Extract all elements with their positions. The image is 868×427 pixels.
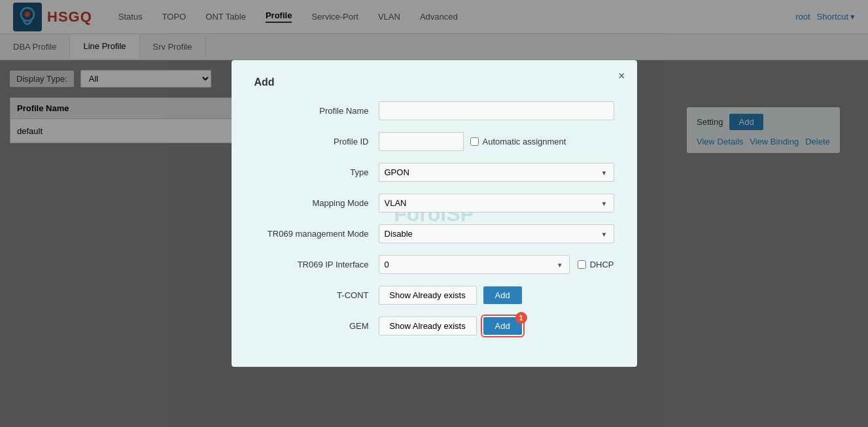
dhcp-checkbox[interactable]	[578, 260, 586, 269]
profile-id-row: Profile ID Automatic assignment	[254, 132, 614, 151]
type-label: Type	[254, 167, 379, 177]
t-cont-label: T-CONT	[254, 290, 379, 300]
mapping-mode-label: Mapping Mode	[254, 198, 379, 208]
mapping-mode-row: Mapping Mode VLAN	[254, 194, 614, 213]
t-cont-add-button[interactable]: Add	[483, 286, 522, 304]
tr069-ip-row: TR069 IP Interface 0 DHCP	[254, 255, 614, 274]
gem-label: GEM	[254, 321, 379, 331]
profile-name-input[interactable]	[379, 101, 614, 120]
mapping-mode-select[interactable]: VLAN	[379, 194, 614, 213]
type-row: Type GPON	[254, 163, 614, 182]
automatic-assignment-checkbox[interactable]	[470, 137, 479, 146]
profile-name-row: Profile Name	[254, 101, 614, 120]
profile-id-label: Profile ID	[254, 137, 379, 146]
tr069-ip-label: TR069 IP Interface	[254, 260, 379, 269]
modal-overlay: ForoISP Add × Profile Name Profile ID Au…	[0, 0, 868, 427]
profile-name-label: Profile Name	[254, 106, 379, 116]
t-cont-row: T-CONT Show Already exists Add	[254, 286, 614, 305]
tr069-management-row: TR069 management Mode Disable	[254, 224, 614, 243]
tr069-management-select[interactable]: Disable	[379, 224, 614, 243]
modal-title: Add	[254, 77, 614, 88]
automatic-assignment-label: Automatic assignment	[470, 137, 566, 146]
tr069-ip-select[interactable]: 0	[379, 255, 570, 274]
gem-show-button[interactable]: Show Already exists	[379, 316, 477, 335]
t-cont-show-button[interactable]: Show Already exists	[379, 286, 477, 305]
main-content: Display Type: All Profile Name default S…	[0, 60, 868, 427]
modal-dialog: ForoISP Add × Profile Name Profile ID Au…	[232, 60, 637, 367]
tr069-management-label: TR069 management Mode	[254, 229, 379, 239]
dhcp-label: DHCP	[578, 260, 614, 269]
gem-row: GEM Show Already exists Add 1	[254, 316, 614, 335]
modal-close-button[interactable]: ×	[618, 70, 625, 82]
gem-badge: 1	[515, 312, 527, 324]
type-select[interactable]: GPON	[379, 163, 614, 182]
profile-id-input[interactable]	[379, 132, 464, 151]
